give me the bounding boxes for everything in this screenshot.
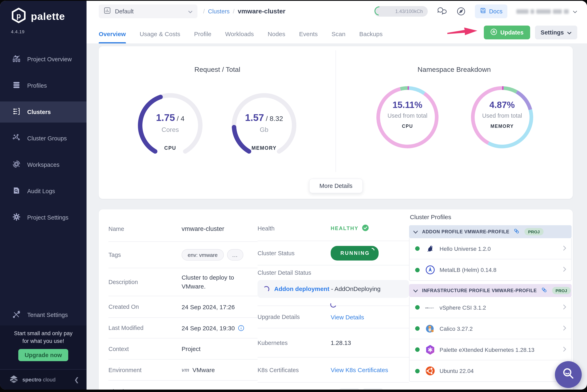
sidebar-item-audit-logs[interactable]: Audit Logs (0, 180, 87, 202)
sidebar-item-tenant-settings[interactable]: Tenant Settings (0, 304, 87, 326)
header-top-row: Default / Clusters / vmware-cluster 1.43… (87, 1, 587, 22)
tab-profile[interactable]: Profile (194, 24, 211, 44)
cluster-groups-icon (12, 133, 21, 144)
header-action-buttons: Updates Settings (446, 24, 577, 44)
sidebar-item-label: Project Settings (27, 214, 69, 221)
profile-row-vsphere-csi[interactable]: vmware vSphere CSI 3.1.2 (410, 297, 571, 318)
vmware-icon: vmware (425, 304, 435, 310)
breadcrumb-clusters-link[interactable]: Clusters (208, 8, 229, 14)
tags-more-pill[interactable]: ... (227, 249, 243, 260)
chevron-right-icon (563, 346, 566, 353)
addon-profile-header[interactable]: ADDON PROFILE VMWARE-PROFILE PROJ (409, 225, 571, 238)
sidebar-item-label: Tenant Settings (27, 312, 68, 318)
last-modified-value: 24 Sep 2024, 19:30 (182, 324, 235, 331)
search-help-fab[interactable] (555, 361, 582, 388)
cluster-detail-status-label: Cluster Detail Status (257, 270, 409, 276)
namespace-memory-donut-chart: 4.87% Used from total MEMORY (468, 84, 536, 151)
profile-item-name: Calico 3.27.2 (440, 325, 473, 332)
profile-row-ubuntu[interactable]: Ubuntu 22.04 (410, 360, 571, 382)
project-selector-dropdown[interactable]: Default (99, 4, 197, 18)
memory-gauge-label: MEMORY (229, 145, 299, 151)
infrastructure-profile-header[interactable]: INFRASTRUCTURE PROFILE VMWARE-PROFILE PR… (409, 284, 571, 297)
breadcrumb: / Clusters / vmware-cluster (203, 8, 285, 15)
calico-icon (425, 324, 435, 333)
context-label: Context (108, 346, 182, 352)
upgrade-now-button[interactable]: Upgrade now (18, 349, 69, 361)
service-port-3000-link[interactable]: :3000 (363, 388, 383, 390)
deploy-spinner-icon (263, 286, 269, 292)
status-dot-green (415, 246, 420, 251)
chart-section-divider (336, 50, 336, 172)
memory-total-value: / 8.32 (266, 115, 283, 122)
explore-compass-icon[interactable] (456, 6, 466, 16)
tag-env-vmware[interactable]: env: vmware (182, 249, 224, 260)
namespace-cpu-percent: 15.11% (393, 100, 422, 110)
tab-nodes[interactable]: Nodes (268, 24, 285, 44)
health-value: HEALTHY (331, 226, 359, 231)
updates-icon (490, 28, 497, 36)
sidebar-collapse-chevron[interactable]: ❮ (74, 376, 79, 383)
credits-progress-ring (373, 5, 385, 17)
sidebar-item-profiles[interactable]: Profiles (0, 75, 87, 96)
tab-overview[interactable]: Overview (99, 24, 126, 44)
vmware-vm-icon: vm (182, 367, 189, 373)
profile-row-metallb[interactable]: MetalLB (Helm) 0.14.8 (410, 259, 571, 280)
cluster-status-label: Cluster Status (257, 250, 331, 256)
sidebar-item-project-settings[interactable]: Project Settings (0, 207, 87, 228)
view-details-link[interactable]: View Details (331, 314, 364, 320)
sidebar-item-label: Workspaces (27, 162, 60, 168)
tab-backups[interactable]: Backups (359, 24, 383, 44)
cloud-account-label: Cloud Account (108, 388, 182, 390)
profile-row-calico[interactable]: Calico 3.27.2 (410, 318, 571, 339)
search-icon (561, 367, 575, 382)
sidebar-item-cluster-groups[interactable]: Cluster Groups (0, 128, 87, 149)
kubernetes-version-value: 1.28.13 (331, 339, 351, 346)
svg-text:p: p (17, 12, 21, 20)
more-details-button[interactable]: More Details (309, 178, 363, 193)
namespace-cpu-subtitle: Used from total (388, 112, 428, 119)
cpu-request-value: 1.75 (156, 112, 175, 123)
sidebar-item-clusters[interactable]: Clusters (0, 102, 87, 122)
detail-row-name: Name vmware-cluster (108, 216, 257, 242)
sidebar-item-workspaces[interactable]: Workspaces (0, 154, 87, 175)
promo-text-line1: Start small and only pay (0, 330, 87, 337)
health-status: HEALTHY (331, 224, 369, 232)
feedback-chat-icon[interactable] (437, 6, 447, 16)
tab-events[interactable]: Events (299, 24, 318, 44)
addon-deployment-link[interactable]: Addon deployment (274, 285, 330, 292)
dashboard-icon (104, 7, 111, 16)
view-k8s-certificates-link[interactable]: View K8s Certificates (331, 366, 388, 373)
detail-row-kubernetes: Kubernetes 1.28.13 (257, 328, 409, 358)
breadcrumb-current: vmware-cluster (238, 8, 285, 15)
profile-row-hello-universe[interactable]: Hello Universe 1.2.0 (410, 238, 571, 259)
info-icon[interactable] (238, 325, 244, 331)
docs-button[interactable]: Docs (475, 4, 507, 18)
overview-charts-card: Request / Total Namespace Breakdown 1.75… (99, 46, 573, 199)
service-port-8080-link[interactable]: :8080 (339, 388, 359, 390)
ubuntu-icon (425, 366, 435, 376)
sidebar-item-project-overview[interactable]: Project Overview (0, 49, 87, 70)
header-tabs-row: Overview Usage & Costs Profile Workloads… (87, 22, 587, 44)
tab-workloads[interactable]: Workloads (225, 24, 254, 44)
tab-scan[interactable]: Scan (332, 24, 345, 44)
updates-button[interactable]: Updates (484, 25, 530, 39)
profile-row-palette-extended-kubernetes[interactable]: Palette eXtended Kubernetes 1.28.13 (410, 339, 571, 360)
tab-usage-costs[interactable]: Usage & Costs (140, 24, 180, 44)
chevron-right-icon (563, 266, 566, 274)
chevron-right-icon (563, 325, 566, 332)
namespace-memory-label: MEMORY (490, 124, 514, 129)
palette-logo-icon: p (11, 7, 27, 25)
main-area: Default / Clusters / vmware-cluster 1.43… (87, 1, 587, 390)
settings-button[interactable]: Settings (535, 25, 577, 39)
user-name-redacted (516, 9, 569, 14)
detail-row-health: Health HEALTHY (257, 216, 409, 241)
user-menu[interactable] (516, 8, 577, 15)
pxk-icon (425, 344, 435, 355)
detail-row-cluster-detail-status: Cluster Detail Status Addon deployment -… (257, 266, 409, 306)
cluster-name-value: vmware-cluster (182, 225, 224, 232)
detail-row-cloud-account: Cloud Account gateway-tutorial (108, 381, 257, 390)
detail-row-environment: Environment vm VMware (108, 360, 257, 381)
cluster-details-card: Name vmware-cluster Tags env: vmware... … (99, 210, 573, 390)
project-selector-value: Default (115, 8, 134, 14)
namespace-memory-subtitle: Used from total (482, 112, 522, 119)
